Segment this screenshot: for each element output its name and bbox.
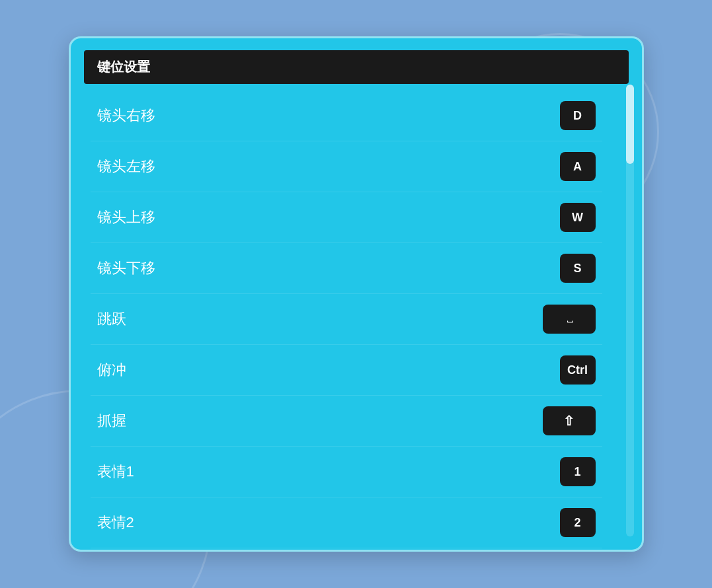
keybind-row[interactable]: 跳跃⎵: [91, 294, 602, 345]
keybind-row[interactable]: 俯冲Ctrl: [91, 345, 602, 396]
keybind-row[interactable]: 镜头上移W: [91, 192, 602, 243]
keybind-label: 镜头左移: [97, 157, 155, 176]
panel-title: 键位设置: [97, 59, 150, 74]
keybind-label: 抓握: [97, 411, 126, 431]
key-badge[interactable]: ⇧: [543, 406, 596, 435]
keybind-row[interactable]: 镜头右移D: [91, 91, 602, 141]
keybind-row[interactable]: 镜头左移A: [91, 141, 602, 192]
keybind-row[interactable]: 表情22: [91, 497, 602, 548]
key-badge[interactable]: D: [560, 101, 596, 130]
key-badge[interactable]: 1: [560, 457, 596, 486]
keybind-row[interactable]: 镜头下移S: [91, 243, 602, 294]
shift-icon: ⇧: [563, 413, 574, 429]
keybind-row[interactable]: 表情33: [91, 548, 602, 549]
keybind-row[interactable]: 表情11: [91, 447, 602, 497]
keybind-label: 镜头上移: [97, 207, 155, 227]
settings-panel: 键位设置 镜头右移D镜头左移A镜头上移W镜头下移S跳跃⎵俯冲Ctrl抓握⇧表情1…: [69, 36, 644, 552]
key-badge[interactable]: S: [560, 254, 596, 283]
keybind-row[interactable]: 抓握⇧: [91, 396, 602, 447]
key-badge[interactable]: Ctrl: [560, 355, 596, 385]
keybind-label: 跳跃: [97, 309, 126, 329]
keybind-label: 镜头下移: [97, 258, 155, 278]
keybind-label: 镜头右移: [97, 106, 155, 126]
space-icon: ⎵: [567, 314, 571, 324]
keybind-label: 表情1: [97, 462, 134, 482]
scrollbar-thumb[interactable]: [626, 85, 634, 164]
keybind-list: 镜头右移D镜头左移A镜头上移W镜头下移S跳跃⎵俯冲Ctrl抓握⇧表情11表情22…: [71, 84, 642, 549]
key-badge[interactable]: W: [560, 203, 596, 232]
key-badge[interactable]: 2: [560, 508, 596, 537]
keybind-label: 表情2: [97, 513, 134, 533]
panel-header: 键位设置: [84, 50, 629, 84]
key-badge[interactable]: ⎵: [543, 305, 596, 334]
scrollbar[interactable]: [626, 85, 634, 536]
keybind-label: 俯冲: [97, 360, 126, 380]
key-badge[interactable]: A: [560, 152, 596, 181]
